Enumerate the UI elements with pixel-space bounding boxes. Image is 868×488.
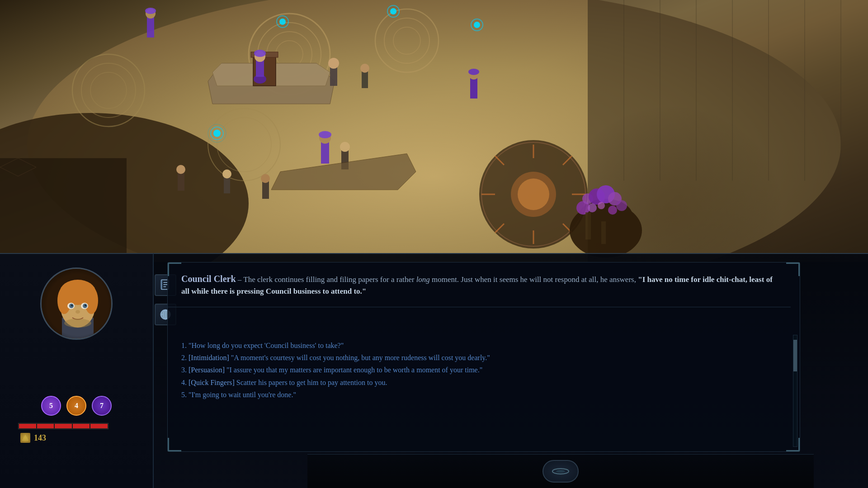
svg-point-58 [261, 174, 270, 183]
svg-rect-47 [147, 16, 154, 38]
gold-amount: 143 [34, 433, 46, 443]
gold-icon [20, 433, 30, 443]
choice-5[interactable]: 5. "I'm going to wait until you're done.… [181, 389, 777, 401]
game-world [0, 0, 868, 262]
svg-point-81 [616, 200, 627, 211]
svg-rect-86 [601, 221, 606, 244]
svg-point-44 [328, 58, 339, 69]
svg-point-82 [588, 203, 597, 212]
choice-3[interactable]: 3. [Persuasion] "I assure you that my ma… [181, 364, 777, 376]
svg-point-54 [176, 165, 185, 174]
scroll-thumb[interactable] [793, 340, 797, 371]
svg-rect-53 [178, 172, 184, 191]
npc-separator: – [236, 275, 244, 284]
svg-rect-57 [262, 181, 269, 199]
gold-display: 143 [20, 433, 46, 443]
svg-rect-50 [470, 77, 477, 99]
dialogue-panel: Council Clerk – The clerk continues fill… [154, 253, 814, 488]
health-segment [19, 424, 36, 428]
svg-point-46 [360, 64, 369, 73]
character-panel: 5 4 7 [0, 253, 154, 488]
svg-rect-107 [42, 269, 113, 340]
svg-point-120 [556, 470, 565, 473]
stat-1[interactable]: 5 [41, 396, 61, 416]
svg-point-26 [213, 130, 221, 137]
choice-4[interactable]: 4. [Quick Fingers] Scatter his papers to… [181, 376, 777, 389]
svg-point-83 [608, 206, 617, 215]
character-portrait [40, 267, 113, 340]
svg-point-61 [319, 131, 331, 138]
health-bar [18, 423, 108, 429]
health-fill [19, 423, 108, 429]
choices-area: 1. "How long do you expect 'Council busi… [168, 333, 791, 451]
health-segment [55, 424, 72, 428]
svg-marker-117 [23, 435, 28, 439]
svg-point-33 [474, 22, 480, 28]
dialogue-scrollbar[interactable] [793, 335, 797, 447]
npc-name: Council Clerk [181, 274, 236, 284]
stat-icons: 5 4 7 [41, 396, 112, 416]
choice-2[interactable]: 2. [Intimidation] "A moment's courtesy w… [181, 352, 777, 364]
choice-1[interactable]: 1. "How long do you expect 'Council busi… [181, 339, 777, 352]
health-segment [73, 424, 90, 428]
bottom-bar [307, 454, 814, 488]
svg-point-63 [340, 142, 350, 152]
bottom-center-button[interactable] [542, 460, 579, 483]
svg-rect-85 [585, 212, 591, 239]
svg-point-31 [390, 8, 396, 14]
svg-point-56 [222, 169, 231, 178]
svg-rect-87 [0, 158, 127, 262]
health-segment [37, 424, 54, 428]
svg-point-42 [254, 50, 266, 57]
ui-panel: 5 4 7 [0, 253, 868, 488]
svg-point-49 [145, 8, 156, 14]
npc-narrative: The clerk continues filling and filing p… [181, 275, 773, 296]
dialogue-box: Council Clerk – The clerk continues fill… [167, 262, 800, 452]
svg-point-25 [518, 178, 549, 210]
stat-2[interactable]: 4 [66, 396, 86, 416]
svg-rect-55 [224, 176, 230, 193]
stat-3[interactable]: 7 [92, 396, 112, 416]
svg-point-52 [468, 69, 479, 75]
health-segment [90, 424, 108, 428]
npc-text-area: Council Clerk – The clerk continues fill… [168, 263, 791, 307]
svg-point-84 [598, 202, 605, 209]
svg-point-29 [279, 19, 286, 25]
